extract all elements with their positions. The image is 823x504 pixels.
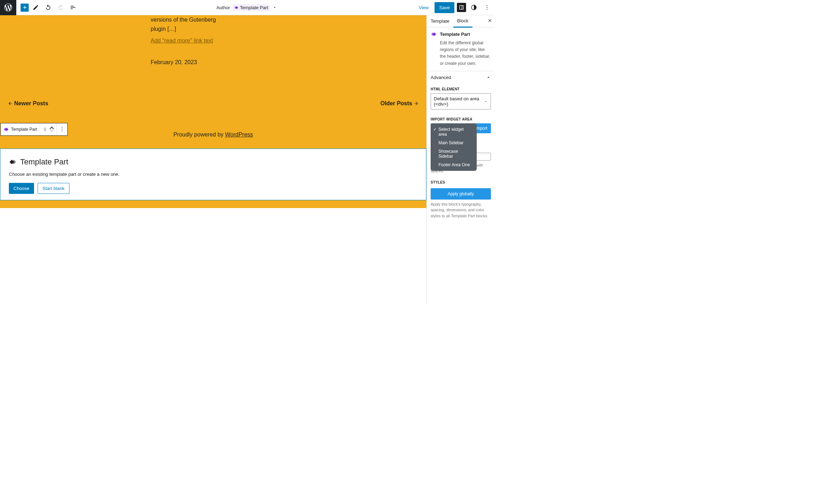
wordpress-icon — [4, 4, 12, 11]
styles-button[interactable] — [469, 2, 479, 13]
start-blank-button[interactable]: Start blank — [38, 183, 69, 194]
block-card-desc: Edit the different global regions of you… — [440, 40, 491, 67]
dropdown-option-footer-area-one[interactable]: Footer Area One — [431, 161, 477, 169]
plus-icon — [22, 4, 28, 11]
post-excerpt-text: versions of the Gutenberg plugin […] — [151, 15, 223, 33]
post-date: February 20, 2023 — [151, 58, 223, 67]
document-title[interactable]: Author Template Part — [78, 4, 415, 11]
move-down-icon[interactable] — [50, 129, 54, 132]
chevron-down-icon — [272, 5, 277, 10]
credit-prefix: Proudly powered by — [173, 131, 225, 138]
list-view-icon — [70, 4, 76, 11]
newer-posts-link[interactable]: Newer Posts — [8, 100, 48, 107]
edit-icon — [33, 4, 39, 11]
svg-point-11 — [62, 129, 62, 130]
html-element-label: HTML ELEMENT — [431, 87, 491, 91]
options-button[interactable] — [482, 2, 492, 13]
dropdown-option-select[interactable]: Select widget area — [431, 125, 477, 139]
import-widget-label: IMPORT WIDGET AREA — [431, 117, 491, 121]
chevron-down-icon — [484, 99, 488, 104]
tools-button[interactable] — [30, 2, 41, 13]
html-element-select[interactable]: Default based on area (<div>) — [431, 93, 491, 110]
author-label: Author — [216, 5, 230, 10]
newer-posts-label: Newer Posts — [14, 100, 48, 107]
view-link[interactable]: View — [415, 3, 432, 12]
template-part-label: Template Part — [240, 5, 268, 10]
template-part-icon — [9, 158, 17, 166]
html-element-value: Default based on area (<div>) — [434, 96, 484, 107]
template-part-icon — [431, 31, 437, 37]
placeholder-title: Template Part — [20, 157, 68, 167]
undo-button[interactable] — [43, 2, 54, 13]
apply-help-text: Apply this block's typography, spacing, … — [431, 201, 491, 219]
block-toolbar-label: Template Part — [11, 127, 37, 132]
top-toolbar: Author Template Part View Save — [0, 0, 495, 15]
more-vertical-icon — [484, 4, 490, 11]
apply-globally-button[interactable]: Apply globally — [431, 188, 491, 200]
svg-point-6 — [44, 129, 45, 130]
settings-toggle-button[interactable] — [457, 3, 466, 12]
tab-template[interactable]: Template — [427, 15, 453, 27]
arrow-right-icon — [414, 101, 419, 106]
older-posts-label: Older Posts — [380, 100, 412, 107]
drag-handle-icon[interactable] — [43, 127, 47, 132]
editor-canvas[interactable]: versions of the Gutenberg plugin […] Add… — [0, 15, 426, 303]
svg-point-2 — [487, 7, 487, 8]
close-sidebar-button[interactable] — [487, 18, 492, 24]
choose-button[interactable]: Choose — [9, 183, 34, 194]
canvas-bottom-strip — [0, 200, 426, 208]
template-part-icon — [234, 5, 239, 10]
wordpress-logo[interactable] — [0, 0, 16, 15]
svg-point-1 — [487, 5, 487, 6]
svg-point-9 — [45, 130, 46, 131]
add-block-button[interactable] — [21, 4, 29, 12]
wordpress-link[interactable]: WordPress — [225, 131, 253, 138]
widget-area-dropdown: Select widget area Main Sidebar Showcase… — [431, 123, 477, 171]
list-view-button[interactable] — [68, 2, 78, 13]
placeholder-desc: Choose an existing template part or crea… — [9, 172, 418, 177]
tab-block[interactable]: Block — [453, 15, 472, 28]
advanced-panel-toggle[interactable]: Advanced — [427, 71, 495, 84]
more-vertical-icon — [59, 127, 65, 132]
sidebar-icon — [459, 5, 464, 10]
older-posts-link[interactable]: Older Posts — [380, 100, 419, 107]
svg-point-5 — [45, 128, 46, 129]
move-up-icon[interactable] — [50, 127, 54, 129]
svg-point-7 — [45, 129, 46, 130]
save-button[interactable]: Save — [435, 2, 454, 13]
redo-icon — [57, 4, 64, 11]
svg-point-8 — [44, 130, 45, 131]
svg-point-3 — [487, 9, 487, 10]
svg-point-12 — [62, 131, 62, 131]
settings-sidebar: Template Block Template Part Edit the di… — [426, 15, 495, 303]
block-options-button[interactable] — [57, 123, 67, 135]
svg-point-10 — [62, 127, 62, 128]
redo-button[interactable] — [55, 2, 66, 13]
template-part-icon — [3, 127, 9, 132]
chevron-up-icon — [486, 75, 491, 80]
undo-icon — [45, 4, 51, 11]
block-card-title: Template Part — [440, 32, 470, 37]
svg-point-4 — [44, 128, 45, 129]
arrow-left-icon — [8, 101, 13, 106]
advanced-title: Advanced — [431, 75, 451, 80]
dropdown-option-main-sidebar[interactable]: Main Sidebar — [431, 139, 477, 147]
read-more-link[interactable]: Add "read more" link text — [151, 36, 213, 45]
styles-label: STYLES — [431, 180, 491, 184]
dropdown-option-showcase-sidebar[interactable]: Showcase Sidebar — [431, 147, 477, 161]
template-part-placeholder[interactable]: Template Part Choose an existing templat… — [0, 149, 426, 200]
styles-icon — [471, 4, 477, 11]
block-toolbar: Template Part — [0, 123, 68, 136]
close-icon — [487, 18, 492, 23]
